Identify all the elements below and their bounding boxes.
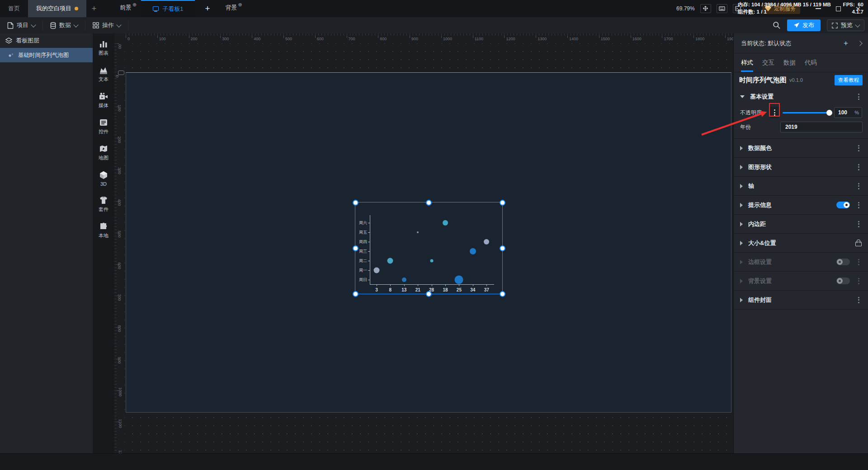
y-axis-label: 周日 [356, 277, 367, 283]
chart-bubble [443, 220, 448, 226]
layer-item[interactable]: 基础时间序列气泡图 [0, 48, 93, 62]
toggle-on[interactable] [836, 202, 850, 208]
inspector-tab-交互[interactable]: 交互 [758, 53, 779, 72]
section-组件封面[interactable]: 组件封面 [734, 291, 868, 310]
selection-handle[interactable] [353, 245, 359, 251]
y-axis-tick [368, 261, 370, 261]
subboard-tab[interactable]: 子看板1 [141, 0, 195, 17]
toggle-thumb [837, 278, 843, 284]
selection-handle[interactable] [353, 291, 359, 297]
dock-item-本地[interactable]: 本地 [99, 222, 108, 239]
section-大小&位置[interactable]: 大小&位置 [734, 234, 868, 253]
data-icon [50, 22, 56, 29]
toggle-off[interactable] [836, 277, 850, 284]
fit-screen-button[interactable] [700, 4, 711, 13]
more-icon[interactable] [854, 200, 863, 210]
section-label: 提示信息 [748, 201, 772, 209]
selection-handle[interactable] [426, 200, 432, 206]
y-axis-label: 周四 [356, 239, 367, 245]
inspector-tab-代码[interactable]: 代码 [800, 53, 821, 72]
opacity-slider[interactable] [783, 112, 830, 113]
chevron-down-icon [73, 22, 78, 27]
add-foreground-icon[interactable]: ⊕ [132, 2, 137, 8]
more-icon[interactable] [854, 295, 863, 305]
shortcut-keys-button[interactable] [717, 4, 727, 13]
subboard-tab-label: 子看板1 [162, 5, 183, 13]
memory-stat: 内存: 104 / 3984 / 4096 MB 15 / 119 MB [738, 1, 831, 8]
selection-handle[interactable] [500, 291, 505, 297]
x-axis-label: 3 [375, 287, 378, 292]
toggle-off[interactable] [836, 258, 850, 265]
section-轴[interactable]: 轴 [734, 177, 868, 196]
dock-item-图表[interactable]: 图表 [99, 40, 108, 56]
lock-icon[interactable] [855, 240, 862, 246]
section-提示信息[interactable]: 提示信息 [734, 196, 868, 215]
dock-item-地图[interactable]: 地图 [99, 145, 108, 161]
search-icon[interactable] [773, 21, 781, 29]
more-icon[interactable] [854, 143, 863, 153]
more-icon[interactable] [854, 162, 863, 172]
preview-button[interactable]: 预览 [827, 19, 864, 31]
selection-handle[interactable] [500, 245, 505, 251]
zoom-level[interactable]: 69.79% [676, 5, 695, 12]
slider-thumb[interactable] [826, 110, 832, 116]
ruler-tick-label: 1000 [118, 387, 123, 396]
section-背景设置[interactable]: 背景设置 [734, 272, 868, 291]
section-图形形状[interactable]: 图形形状 [734, 158, 868, 177]
canvas-area[interactable]: 周六周五周四周三周二周一周日3813212818253437 [124, 43, 733, 453]
dock-item-套件[interactable]: 套件 [99, 196, 108, 213]
section-数据颜色[interactable]: 数据颜色 [734, 139, 868, 158]
section-label: 组件封面 [748, 296, 772, 304]
selection-handle[interactable] [500, 200, 505, 206]
selection-handle[interactable] [426, 291, 432, 297]
ruler-tick-label: 600 [117, 262, 122, 269]
menu-data[interactable]: 数据 [43, 20, 85, 30]
section-label: 轴 [748, 182, 754, 190]
add-board-button[interactable]: + [195, 0, 220, 17]
caret-right-icon [740, 146, 743, 150]
section-边框设置[interactable]: 边框设置 [734, 253, 868, 272]
selection-handle[interactable] [353, 200, 359, 206]
horizontal-ruler: 0100200300400500600700800900100011001200… [124, 33, 733, 43]
app-tab-project[interactable]: 我的空白项目 [28, 0, 86, 17]
year-input[interactable] [784, 123, 859, 131]
more-icon[interactable] [854, 257, 863, 267]
caret-right-icon [740, 222, 743, 226]
menu-project[interactable]: 项目 [0, 20, 43, 30]
menu-operation[interactable]: 操作 [85, 20, 128, 30]
foreground-button[interactable]: 前景 ⊕ [114, 0, 141, 17]
component-title-row: 时间序列气泡图 v0.1.0 查看教程 [734, 72, 868, 88]
component-version: v0.1.0 [789, 77, 835, 83]
ruler-tick-label: 1500 [601, 37, 610, 41]
more-icon[interactable] [854, 219, 863, 229]
more-icon[interactable] [854, 276, 863, 286]
section-label: 图形形状 [748, 163, 772, 171]
dock-item-3D[interactable]: 3D [99, 171, 108, 187]
new-tab-button[interactable]: + [86, 0, 102, 17]
background-button[interactable]: 背景 ⊕ [220, 0, 247, 17]
chart-bubble [402, 277, 406, 282]
opacity-input[interactable] [837, 109, 854, 116]
add-background-icon[interactable]: ⊕ [238, 2, 242, 8]
more-icon[interactable] [854, 92, 863, 102]
app-tab-home[interactable]: 首页 [0, 0, 28, 17]
y-axis-label: 周六 [356, 220, 367, 226]
publish-label: 发布 [802, 21, 814, 29]
dock-item-控件[interactable]: 控件 [99, 118, 108, 135]
inspector-tab-样式[interactable]: 样式 [736, 53, 758, 72]
inspector-tab-数据[interactable]: 数据 [779, 53, 800, 72]
more-icon[interactable] [854, 181, 863, 191]
publish-button[interactable]: 发布 [787, 19, 821, 31]
ruler-tick-label: 400 [254, 37, 260, 41]
chevron-right-icon[interactable] [857, 41, 862, 46]
dock-item-媒体[interactable]: 媒体 [99, 92, 108, 109]
add-state-icon[interactable]: + [844, 39, 848, 48]
tutorial-button[interactable]: 查看教程 [835, 75, 863, 85]
selected-bubble-chart[interactable]: 周六周五周四周三周二周一周日3813212818253437 [355, 202, 503, 294]
section-内边距[interactable]: 内边距 [734, 215, 868, 234]
layers-panel-header[interactable]: 看板图层 [0, 33, 93, 48]
dock-item-文本[interactable]: 文本 [99, 66, 108, 83]
ruler-tick-label: 300 [117, 168, 122, 174]
ruler-guide-marker[interactable] [118, 70, 124, 75]
basic-settings-header[interactable]: 基本设置 [734, 88, 868, 106]
